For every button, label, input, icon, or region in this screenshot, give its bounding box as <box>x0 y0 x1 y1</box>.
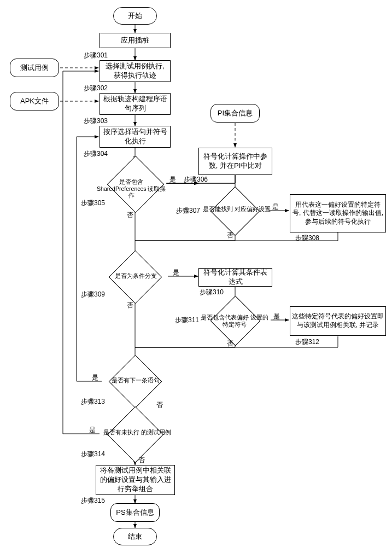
label-step-305: 步骤305 <box>81 199 105 208</box>
label-step-314: 步骤314 <box>81 450 105 459</box>
process-312: 这些特定符号代表的偏好设置即与该测试用例相关联, 并记录 <box>290 306 386 336</box>
edge-311-yes: 是 <box>273 312 280 321</box>
edge-314-no: 否 <box>138 456 145 465</box>
label-step-309: 步骤309 <box>81 290 105 299</box>
decision-314: 是否有未执行 的测试用例 <box>107 406 163 463</box>
edge-305-yes: 是 <box>169 175 176 184</box>
edge-309-yes: 是 <box>173 268 179 277</box>
decision-307: 是否能找到 对应偏好设置 <box>210 187 260 236</box>
decision-305: 是否包含 SharedPreferences 读取操作 <box>107 156 165 213</box>
label-step-310: 步骤310 <box>200 288 224 297</box>
label-step-304: 步骤304 <box>84 149 108 159</box>
process-304: 按序选择语句并符号化执行 <box>100 126 171 148</box>
label-step-313: 步骤313 <box>81 397 105 406</box>
process-302: 选择测试用例执行, 获得执行轨迹 <box>100 60 171 82</box>
end-terminator: 结束 <box>113 528 157 545</box>
input-pi-info: PI集合信息 <box>210 104 260 123</box>
label-step-311: 步骤311 <box>175 316 199 325</box>
start-terminator: 开始 <box>113 7 157 25</box>
label-step-315: 步骤315 <box>81 496 105 505</box>
process-308: 用代表这一偏好设置的特定符号, 代替这一读取操作的输出值, 参与后续的符号化执行 <box>290 194 386 232</box>
input-apk-file: APK文件 <box>10 92 59 110</box>
process-306: 符号化计算操作中参数, 并在PI中比对 <box>198 148 272 175</box>
label-step-302: 步骤302 <box>84 84 108 93</box>
edge-305-no: 否 <box>127 211 133 220</box>
input-test-cases: 测试用例 <box>10 59 59 77</box>
output-ps-info: PS集合信息 <box>110 503 160 522</box>
label-step-312: 步骤312 <box>295 337 319 347</box>
decision-313: 是否有下一条语句 <box>109 355 162 409</box>
process-301: 应用插桩 <box>100 33 171 48</box>
edge-311-no: 否 <box>227 339 233 348</box>
edge-307-no: 否 <box>227 231 233 240</box>
edge-313-yes: 是 <box>92 373 98 382</box>
label-step-307: 步骤307 <box>176 206 200 216</box>
label-step-301: 步骤301 <box>84 51 108 60</box>
decision-309: 是否为条件分支 <box>109 251 162 304</box>
edge-309-no: 否 <box>127 301 133 310</box>
process-303: 根据轨迹构建程序语句序列 <box>100 93 171 115</box>
edge-314-yes: 是 <box>89 426 96 435</box>
process-310: 符号化计算其条件表达式 <box>198 268 272 287</box>
flowchart-edges <box>0 0 392 547</box>
label-step-306: 步骤306 <box>184 175 208 184</box>
edge-313-no: 否 <box>156 400 163 410</box>
decision-311: 是否包含代表偏好 设置的特定符号 <box>210 296 261 346</box>
label-step-303: 步骤303 <box>84 117 108 126</box>
process-315: 将各测试用例中相关联的偏好设置与其输入进行穷举组合 <box>96 465 175 495</box>
edge-307-yes: 是 <box>272 202 279 212</box>
label-step-308: 步骤308 <box>295 234 319 243</box>
